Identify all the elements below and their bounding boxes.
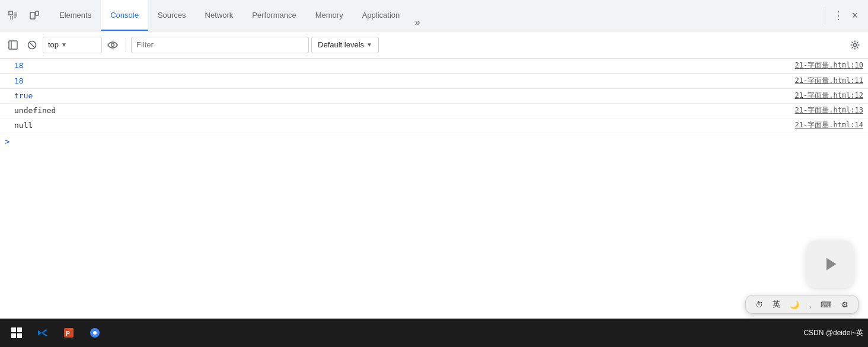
toolbar-divider-1 (126, 39, 126, 51)
prompt-arrow-icon: > (5, 137, 9, 146)
ime-lang-label[interactable]: 英 (770, 298, 783, 311)
taskbar: P CSDN @deidei~英 (0, 319, 868, 347)
ime-gear-icon[interactable]: ⚙ (839, 299, 851, 310)
svg-point-7 (111, 43, 114, 46)
console-value: null (14, 120, 786, 131)
svg-rect-11 (17, 327, 22, 332)
svg-rect-13 (17, 333, 22, 338)
inspect-element-icon[interactable] (5, 7, 21, 24)
console-row: 18 21-字面量.html:11 (0, 73, 868, 89)
console-row: true 21-字面量.html:12 (0, 89, 868, 104)
tab-memory[interactable]: Memory (306, 0, 353, 31)
more-options-button[interactable]: ⋮ (830, 7, 847, 24)
svg-rect-10 (11, 327, 16, 332)
tab-network[interactable]: Network (196, 0, 243, 31)
show-sidebar-button[interactable] (5, 37, 21, 53)
console-source-link[interactable]: 21-字面量.html:10 (786, 60, 863, 70)
svg-point-17 (93, 331, 97, 335)
close-devtools-button[interactable]: × (847, 7, 863, 24)
console-settings-button[interactable] (847, 37, 863, 53)
console-value: undefined (14, 105, 786, 116)
taskbar-vscode-button[interactable] (31, 321, 55, 345)
live-expressions-button[interactable] (104, 37, 121, 53)
ime-play-button[interactable] (806, 240, 854, 288)
ime-moon-icon[interactable]: 🌙 (787, 299, 802, 310)
console-row: undefined 21-字面量.html:13 (0, 104, 868, 118)
svg-marker-9 (826, 258, 837, 271)
clear-console-button[interactable] (24, 37, 40, 53)
svg-rect-0 (9, 11, 12, 15)
console-source-link[interactable]: 21-字面量.html:11 (786, 76, 863, 86)
more-tabs-button[interactable]: » (409, 14, 426, 31)
devtools-tabs-bar: Elements Console Sources Network Perform… (0, 0, 868, 31)
ime-comma-icon[interactable]: , (806, 299, 813, 310)
filter-input[interactable] (131, 37, 309, 53)
taskbar-ppt-button[interactable]: P (57, 321, 81, 345)
console-row: null 21-字面量.html:14 (0, 118, 868, 133)
tab-performance[interactable]: Performance (242, 0, 305, 31)
console-value: 18 (14, 60, 786, 71)
ime-keyboard-icon[interactable]: ⌨ (818, 299, 834, 310)
svg-rect-12 (11, 333, 16, 338)
svg-point-8 (854, 43, 857, 46)
tab-console[interactable]: Console (101, 0, 148, 31)
taskbar-start-button[interactable] (5, 321, 28, 345)
taskbar-chrome-button[interactable] (83, 321, 107, 345)
tab-divider (825, 7, 825, 24)
console-output: 18 21-字面量.html:10 18 21-字面量.html:11 true… (0, 59, 868, 319)
ime-clock-icon[interactable]: ⏱ (753, 299, 765, 310)
tab-application[interactable]: Application (353, 0, 410, 31)
console-source-link[interactable]: 21-字面量.html:13 (786, 105, 863, 115)
context-selector[interactable]: top ▼ (43, 37, 102, 53)
console-value: true (14, 91, 786, 101)
svg-rect-3 (9, 41, 17, 49)
log-levels-button[interactable]: Default levels ▼ (311, 37, 379, 53)
console-source-link[interactable]: 21-字面量.html:12 (786, 91, 863, 101)
svg-text:P: P (66, 330, 70, 337)
svg-rect-1 (30, 12, 35, 19)
svg-line-6 (30, 43, 34, 47)
taskbar-system-tray: CSDN @deidei~英 (803, 328, 863, 338)
tab-elements[interactable]: Elements (50, 0, 101, 31)
svg-rect-2 (36, 11, 39, 15)
console-prompt-row: > (0, 133, 868, 150)
device-toolbar-icon[interactable] (26, 7, 43, 24)
tab-sources[interactable]: Sources (148, 0, 196, 31)
console-toolbar: top ▼ Default levels ▼ (0, 31, 868, 59)
console-input[interactable] (14, 137, 863, 146)
console-source-link[interactable]: 21-字面量.html:14 (786, 120, 863, 130)
ime-bar: ⏱ 英 🌙 , ⌨ ⚙ (745, 295, 859, 314)
console-value: 18 (14, 76, 786, 86)
tab-list: Elements Console Sources Network Perform… (50, 0, 820, 31)
console-row: 18 21-字面量.html:10 (0, 59, 868, 73)
taskbar-right-label: CSDN @deidei~英 (803, 328, 863, 338)
